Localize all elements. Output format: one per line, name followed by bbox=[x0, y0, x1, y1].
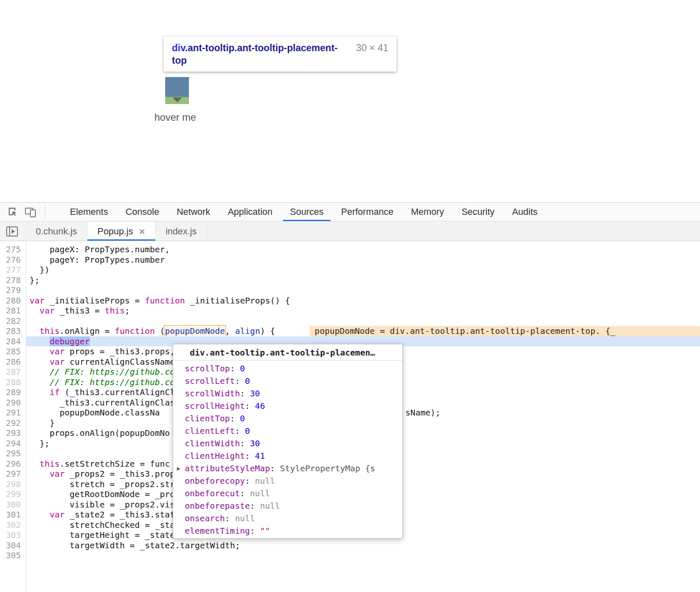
code-token: if bbox=[50, 387, 60, 397]
code-text bbox=[26, 448, 30, 459]
tab-application[interactable]: Application bbox=[219, 203, 281, 221]
line-number[interactable]: 277 bbox=[0, 265, 26, 275]
tab-sources[interactable]: Sources bbox=[281, 203, 333, 221]
property-value: "" bbox=[260, 526, 270, 536]
code-line: 278}; bbox=[0, 275, 700, 286]
file-tab-popup.js[interactable]: Popup.js× bbox=[87, 222, 156, 241]
line-number[interactable]: 296 bbox=[0, 459, 26, 469]
property-name: onbeforecopy bbox=[185, 476, 245, 486]
code-token bbox=[30, 336, 50, 346]
code-token: }) bbox=[30, 265, 50, 275]
line-number[interactable]: 276 bbox=[0, 255, 26, 265]
code-text: var _props2 = _this3.prop bbox=[26, 469, 175, 479]
code-token: function bbox=[145, 296, 185, 306]
code-token bbox=[30, 346, 50, 356]
code-token: (_this3.currentAlignClas bbox=[60, 387, 185, 397]
tab-memory[interactable]: Memory bbox=[402, 203, 452, 221]
popup-property-row: clientTop: 0 bbox=[173, 412, 402, 425]
code-text bbox=[26, 316, 30, 326]
line-number[interactable]: 284 bbox=[0, 336, 26, 347]
code-text: stretch = _props2.str bbox=[26, 479, 175, 490]
line-number[interactable]: 281 bbox=[0, 306, 26, 316]
line-number[interactable]: 297 bbox=[0, 469, 26, 479]
line-number[interactable]: 295 bbox=[0, 448, 26, 459]
line-number[interactable]: 305 bbox=[0, 550, 26, 561]
code-token: _initialiseProps() { bbox=[185, 296, 290, 306]
property-name: onbeforecut bbox=[185, 488, 240, 498]
file-tab-label: Popup.js bbox=[97, 226, 133, 237]
line-number[interactable]: 293 bbox=[0, 428, 26, 438]
code-token bbox=[30, 387, 50, 397]
inspect-element-button[interactable] bbox=[4, 203, 22, 221]
line-number[interactable]: 288 bbox=[0, 377, 26, 388]
tab-performance[interactable]: Performance bbox=[332, 203, 402, 221]
line-number[interactable]: 303 bbox=[0, 530, 26, 540]
line-number[interactable]: 299 bbox=[0, 489, 26, 500]
tab-network[interactable]: Network bbox=[168, 203, 219, 221]
code-text: pageY: PropTypes.number bbox=[26, 255, 165, 265]
code-text: pageX: PropTypes.number, bbox=[26, 244, 170, 255]
property-value: 30 bbox=[250, 438, 260, 448]
line-number[interactable]: 282 bbox=[0, 316, 26, 326]
line-number[interactable]: 286 bbox=[0, 357, 26, 367]
popup-property-row: scrollTop: 0 bbox=[173, 362, 402, 375]
code-token: function bbox=[115, 326, 155, 336]
main-tab-strip: ElementsConsoleNetworkApplicationSources… bbox=[61, 203, 546, 221]
code-text: var _this3 = this; bbox=[26, 306, 130, 316]
popup-title: div.ant-tooltip.ant-tooltip-placemen… bbox=[173, 344, 402, 360]
popup-property-row: scrollLeft: 0 bbox=[173, 375, 402, 387]
line-number[interactable]: 280 bbox=[0, 296, 26, 306]
line-number[interactable]: 302 bbox=[0, 520, 26, 530]
code-token: }; bbox=[30, 275, 40, 285]
tab-console[interactable]: Console bbox=[117, 203, 168, 221]
file-tab-0.chunk.js[interactable]: 0.chunk.js bbox=[26, 222, 87, 241]
line-number[interactable]: 287 bbox=[0, 367, 26, 377]
line-number[interactable]: 301 bbox=[0, 510, 26, 520]
selector-classes: .ant-tooltip.ant-tooltip-placement- bbox=[185, 42, 338, 53]
line-number[interactable]: 283 bbox=[0, 326, 26, 336]
code-token: var bbox=[50, 469, 65, 479]
hovered-variable-token[interactable]: popupDomNode bbox=[165, 326, 225, 336]
line-number[interactable]: 279 bbox=[0, 285, 26, 296]
code-line: 277 }) bbox=[0, 265, 700, 275]
tab-security[interactable]: Security bbox=[453, 203, 503, 221]
show-navigator-button[interactable] bbox=[3, 222, 21, 241]
expand-arrow-icon[interactable]: ▶ bbox=[177, 462, 180, 475]
line-number[interactable]: 275 bbox=[0, 244, 26, 255]
code-token: .setStretchSize = func bbox=[60, 459, 170, 469]
line-number[interactable]: 294 bbox=[0, 438, 26, 449]
property-name: scrollLeft bbox=[185, 376, 235, 386]
line-number[interactable]: 278 bbox=[0, 275, 26, 286]
devtools-toolbar: ElementsConsoleNetworkApplicationSources… bbox=[0, 203, 700, 221]
line-number[interactable]: 289 bbox=[0, 387, 26, 398]
property-value: 41 bbox=[255, 451, 265, 461]
code-text: }; bbox=[26, 438, 50, 449]
property-name: scrollTop bbox=[185, 363, 230, 373]
device-toolbar-button[interactable] bbox=[22, 203, 39, 221]
property-name: clientTop bbox=[185, 413, 230, 423]
property-value: 30 bbox=[250, 388, 260, 398]
property-value: 0 bbox=[245, 376, 250, 386]
code-line: 304 targetWidth = _state2.targetWidth; bbox=[0, 540, 700, 551]
line-number[interactable]: 285 bbox=[0, 346, 26, 357]
tab-audits[interactable]: Audits bbox=[503, 203, 546, 221]
line-number[interactable]: 300 bbox=[0, 500, 26, 510]
code-token: this bbox=[40, 326, 60, 336]
element-selector: div.ant-tooltip.ant-tooltip-placement- bbox=[172, 42, 338, 54]
line-number[interactable]: 292 bbox=[0, 418, 26, 428]
code-token: debugger bbox=[50, 336, 89, 346]
line-number[interactable]: 291 bbox=[0, 408, 26, 418]
line-number[interactable]: 290 bbox=[0, 398, 26, 408]
file-tab-index.js[interactable]: index.js bbox=[156, 222, 207, 241]
close-tab-icon[interactable]: × bbox=[139, 227, 145, 236]
property-name: clientLeft bbox=[185, 426, 235, 436]
line-number[interactable]: 298 bbox=[0, 479, 26, 490]
element-inspect-tooltip: div.ant-tooltip.ant-tooltip-placement- 3… bbox=[164, 37, 397, 72]
tab-elements[interactable]: Elements bbox=[61, 203, 117, 221]
code-text: targetHeight = _state2. bbox=[26, 530, 185, 540]
code-text: getRootDomNode = _pro bbox=[26, 489, 175, 500]
hover-trigger[interactable]: hover me bbox=[154, 112, 196, 123]
property-value: null bbox=[250, 488, 270, 498]
code-token: visible = _props2.vis bbox=[30, 500, 175, 510]
line-number[interactable]: 304 bbox=[0, 540, 26, 551]
